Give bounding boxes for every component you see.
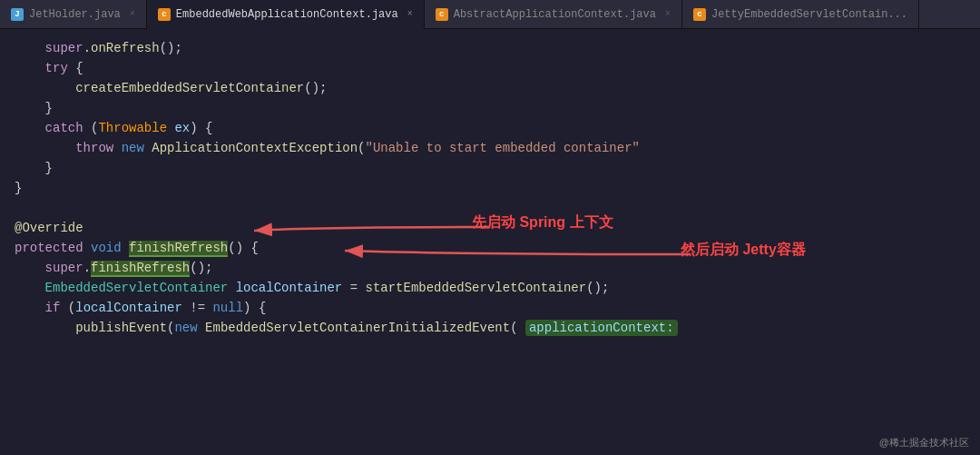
tab-jetty[interactable]: c JettyEmbeddedServletContain... (682, 0, 919, 29)
code-line-4: } (0, 98, 980, 118)
tab-embeddedweb[interactable]: c EmbeddedWebApplicationContext.java × (147, 0, 425, 29)
code-line-13: if (localContainer != null) { (0, 298, 980, 318)
tab-close-jetholder[interactable]: × (130, 9, 135, 19)
tab-icon-jetty: c (693, 8, 706, 21)
tab-close-abstract[interactable]: × (665, 9, 671, 19)
code-line-9: @Override (0, 218, 980, 238)
tab-abstract[interactable]: c AbstractApplicationContext.java × (425, 0, 682, 29)
tab-icon-embeddedweb: c (158, 8, 171, 21)
code-line-1: super.onRefresh(); (0, 38, 980, 58)
code-line-10: protected void finishRefresh() { (0, 238, 980, 258)
tab-icon-abstract: c (436, 8, 448, 21)
code-line-11: super.finishRefresh(); (0, 258, 980, 278)
tab-jetholder[interactable]: J JetHolder.java × (0, 0, 147, 29)
code-line-14: publishEvent(new EmbeddedServletContaine… (0, 318, 980, 338)
code-area: super.onRefresh(); try { createEmbeddedS… (0, 29, 980, 455)
tab-close-embeddedweb[interactable]: × (407, 9, 413, 19)
code-line-6: throw new ApplicationContextException("U… (0, 138, 980, 158)
tab-label-abstract: AbstractApplicationContext.java (454, 8, 656, 21)
code-line-2: try { (0, 58, 980, 78)
code-line-7: } (0, 158, 980, 178)
tab-label-jetholder: JetHolder.java (29, 8, 121, 21)
code-line-12: EmbeddedServletContainer localContainer … (0, 278, 980, 298)
empty-line (0, 198, 980, 218)
code-line-5: catch (Throwable ex) { (0, 118, 980, 138)
watermark: @稀土掘金技术社区 (879, 436, 969, 450)
tab-bar: J JetHolder.java × c EmbeddedWebApplicat… (0, 0, 980, 29)
code-line-3: createEmbeddedServletContainer(); (0, 78, 980, 98)
tab-label-embeddedweb: EmbeddedWebApplicationContext.java (176, 8, 398, 21)
code-line-8: } (0, 178, 980, 198)
tab-label-jetty: JettyEmbeddedServletContain... (711, 8, 907, 21)
tab-icon-jetholder: J (11, 8, 24, 21)
